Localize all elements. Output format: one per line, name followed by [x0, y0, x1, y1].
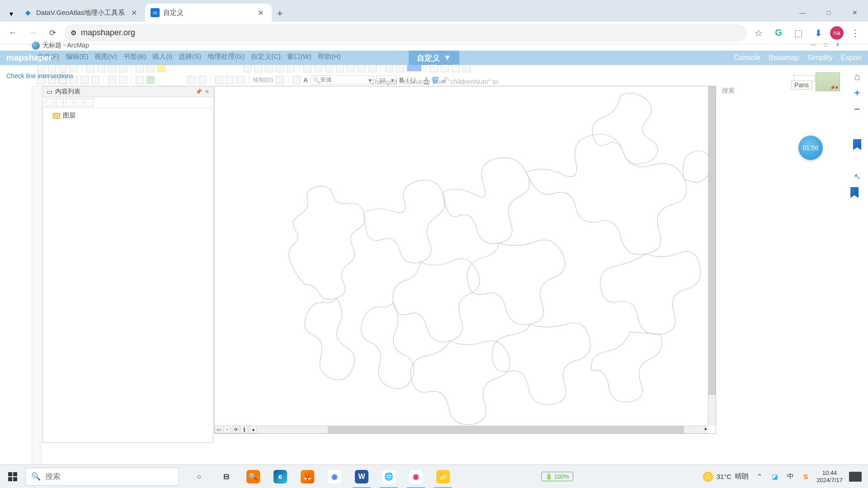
tb-icon-g6[interactable] [358, 64, 366, 72]
layers-root-node[interactable]: 图层 [47, 111, 208, 121]
search-tb-icon[interactable] [276, 64, 284, 72]
forward-button[interactable]: → [24, 25, 41, 41]
console-link[interactable]: Console [734, 54, 760, 62]
tb-icon-h3[interactable] [452, 64, 460, 72]
draw-label[interactable]: 绘制(D) [253, 76, 273, 84]
timer-widget[interactable]: 01:56 [798, 136, 823, 160]
home-extent-icon[interactable]: ⌂ [852, 71, 863, 82]
draw-pointer-icon[interactable] [276, 76, 284, 84]
weather-widget[interactable]: 31°C 晴朗 [703, 472, 749, 482]
tray-app-icon[interactable]: ◪ [770, 472, 779, 481]
highlight-color-swatch[interactable] [407, 65, 421, 71]
measure-icon[interactable] [198, 76, 206, 84]
export-link[interactable]: Export [841, 54, 862, 62]
sogou-icon[interactable]: S [801, 472, 810, 481]
find-icon[interactable] [187, 76, 195, 84]
font-name-combo[interactable]: 🔍 宋体 ▾ [311, 75, 374, 84]
site-settings-icon[interactable]: ⚙ [71, 29, 76, 37]
toc-list-by-source[interactable] [56, 99, 64, 107]
prev-view[interactable]: ◂ [249, 426, 257, 433]
taskbar-search[interactable]: 🔍 搜索 [25, 468, 179, 486]
layout-view-tab[interactable]: ▫ [223, 426, 231, 433]
bookmark-star-icon[interactable]: ☆ [750, 25, 767, 41]
toc-titlebar[interactable]: ▭ 内容列表 📌 ✕ [43, 86, 213, 97]
tb2-icon-a[interactable] [215, 76, 223, 84]
map-canvas[interactable]: ▸ ▭ ▫ ⟳ ‖ ◂ [214, 86, 716, 434]
toc-tree[interactable]: 图层 [43, 108, 213, 123]
tb-icon-g2[interactable] [314, 64, 322, 72]
tb-icon-g1[interactable] [303, 64, 311, 72]
battery-indicator[interactable]: 🔋 100% [541, 472, 573, 481]
tb-icon-g5[interactable] [347, 64, 355, 72]
tb-icon-g8[interactable] [385, 64, 393, 72]
taskbar-app-cortana[interactable]: ○ [185, 465, 212, 488]
toc-list-by-visibility[interactable] [66, 99, 74, 107]
open-icon[interactable] [48, 64, 56, 72]
tb2-icon-b[interactable] [226, 76, 234, 84]
editor-icon[interactable] [243, 64, 251, 72]
maximize-button[interactable]: □ [816, 4, 842, 22]
downloads-icon[interactable]: ⬇ [810, 25, 826, 41]
fixed-zoom-in-icon[interactable] [80, 76, 89, 84]
python-icon[interactable] [287, 64, 295, 72]
tb-icon-h4[interactable] [462, 64, 471, 72]
mapshaper-brand[interactable]: mapshaper [6, 53, 52, 63]
address-bar[interactable]: ⚙ mapshaper.org [64, 24, 747, 42]
tb2-icon-c[interactable] [236, 76, 245, 84]
taskbar-app-word[interactable]: W [348, 465, 375, 488]
tb-icon-g4[interactable] [336, 64, 344, 72]
zoom-out-button[interactable]: − [852, 104, 863, 115]
taskbar-app-edge[interactable]: e [267, 465, 294, 488]
check-intersections-link[interactable]: Check line intersections [6, 72, 73, 80]
tb-icon-g9[interactable] [396, 64, 404, 72]
cursor-icon[interactable]: ↖ [854, 172, 861, 182]
data-view-tab[interactable]: ▭ [215, 426, 222, 433]
taskbar-app-chrome2[interactable]: ◉ [402, 465, 429, 488]
taskbar-app-firefox[interactable]: 🦊 [294, 465, 321, 488]
browser-tab-datav[interactable]: ◆ DataV.GeoAtlas地理小工具系 ✕ [18, 4, 145, 22]
tb-icon-g7[interactable] [368, 64, 377, 72]
paste-icon[interactable] [108, 64, 116, 72]
select-icon[interactable] [136, 76, 144, 84]
toc-list-by-selection[interactable] [75, 99, 84, 107]
draw-rect-icon[interactable] [292, 76, 301, 84]
taskbar-app-explorer[interactable]: 📁 [429, 465, 457, 488]
taskbar-app-search-orange[interactable]: 🔍 [240, 465, 267, 488]
reload-button[interactable]: ⟳ [44, 25, 61, 41]
copy-icon[interactable] [97, 64, 105, 72]
notifications-button[interactable] [849, 472, 862, 482]
close-button[interactable]: ✕ [842, 4, 868, 22]
start-button[interactable] [0, 465, 25, 488]
new-doc-icon[interactable] [37, 64, 45, 72]
toc-close-icon[interactable]: ✕ [205, 89, 209, 95]
zoom-in-button[interactable]: + [852, 88, 863, 99]
bookmark-icon[interactable] [853, 139, 861, 150]
arcmap-close[interactable]: ✕ [835, 42, 840, 48]
pause-view[interactable]: ‖ [241, 426, 248, 433]
ime-icon[interactable]: 中 [786, 472, 795, 481]
tab-search-dropdown[interactable]: ▾ [5, 5, 18, 22]
tb-icon-h2[interactable] [441, 64, 449, 72]
tab-close-icon[interactable]: ✕ [128, 8, 140, 18]
basemap-link[interactable]: Basemap [769, 54, 799, 62]
arcmap-minimize[interactable]: — [811, 42, 816, 48]
extensions-icon[interactable]: ⬚ [790, 25, 807, 41]
simplify-link[interactable]: Simplify [807, 54, 833, 62]
redo-icon[interactable] [146, 64, 155, 72]
refresh-view[interactable]: ⟳ [232, 426, 240, 433]
scrollbar-thumb[interactable] [708, 86, 716, 395]
chrome-menu-icon[interactable]: ⋮ [847, 25, 863, 41]
next-extent-icon[interactable] [119, 76, 127, 84]
scrollbar-thumb[interactable] [328, 426, 684, 433]
back-button[interactable]: ← [5, 25, 21, 41]
toc-list-by-drawing[interactable] [46, 99, 54, 107]
toolbox-icon[interactable] [254, 64, 262, 72]
map-horizontal-scrollbar[interactable]: ▸ [233, 426, 708, 433]
fixed-zoom-out-icon[interactable] [91, 76, 99, 84]
new-tab-button[interactable]: + [272, 5, 288, 22]
taskbar-app-task-view[interactable]: ⊟ [212, 465, 240, 488]
arcmap-maximize[interactable]: □ [824, 42, 827, 48]
taskbar-clock[interactable]: 10:44 2024/7/17 [816, 469, 843, 483]
tb-icon-h1[interactable] [430, 64, 438, 72]
grammarly-icon[interactable]: G [770, 25, 787, 41]
